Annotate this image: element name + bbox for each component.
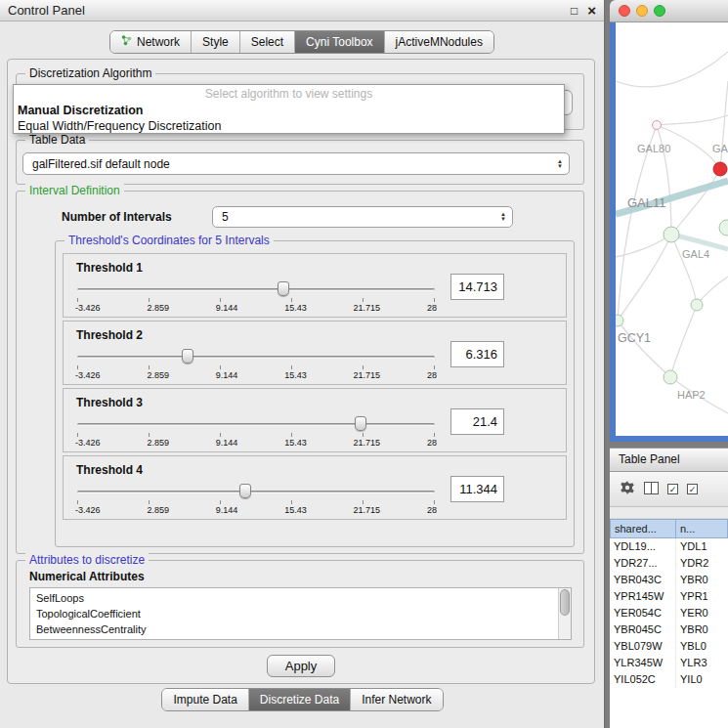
tab-infer-network-label: Infer Network: [362, 693, 431, 707]
threshold-label: Threshold 2: [76, 328, 437, 342]
tab-network-label: Network: [137, 35, 180, 49]
table-row[interactable]: YDR27... YDR2: [610, 555, 728, 572]
cell-name[interactable]: YER0: [676, 605, 728, 621]
threshold-box: Threshold 4 -3.426 2.859 9.144: [63, 455, 567, 520]
cell-shared-name[interactable]: YDR27...: [610, 555, 676, 572]
close-icon[interactable]: ×: [587, 4, 596, 18]
chevron-up-down-icon: ▲▼: [554, 159, 569, 169]
cell-name[interactable]: YDR2: [676, 555, 728, 572]
table-panel-title: Table Panel: [619, 452, 680, 466]
table-row[interactable]: YBR045C YBR0: [610, 621, 728, 638]
table-row[interactable]: YIL052C YIL0: [610, 671, 728, 688]
tab-jactivemodules[interactable]: jActiveMNodules: [384, 31, 493, 53]
tab-network[interactable]: Network: [110, 31, 191, 53]
cell-name[interactable]: YPR1: [676, 588, 728, 605]
table-row[interactable]: YBR043C YBR0: [610, 572, 728, 588]
table-data-combo[interactable]: galFiltered.sif default node ▲▼: [22, 152, 570, 175]
cell-shared-name[interactable]: YPR145W: [610, 588, 676, 605]
threshold-slider[interactable]: [75, 281, 437, 297]
float-window-button[interactable]: □: [571, 4, 578, 18]
tab-select[interactable]: Select: [239, 31, 294, 53]
attribute-list-item[interactable]: SelfLoops: [30, 590, 558, 606]
tick-label: -3.426: [75, 370, 101, 380]
traffic-light-close-icon[interactable]: [619, 5, 630, 17]
threshold-value-field[interactable]: 14.713: [450, 274, 504, 300]
tab-discretize-data[interactable]: Discretize Data: [248, 689, 350, 710]
select-all-checkbox-icon[interactable]: ✓: [667, 484, 678, 494]
select-none-checkbox-icon[interactable]: ✓: [687, 484, 698, 494]
slider-track: [77, 356, 435, 359]
thresholds-list: Threshold 1 -3.426 2.859 9.144: [56, 250, 574, 523]
cell-name[interactable]: YBR0: [676, 621, 728, 638]
tick-label: 28: [427, 438, 437, 448]
slider-handle[interactable]: [182, 349, 193, 364]
tab-style[interactable]: Style: [191, 31, 239, 53]
node-label: GCY1: [618, 331, 651, 345]
threshold-label: Threshold 4: [76, 463, 437, 477]
network-node: [691, 299, 703, 311]
table-panel: ✓ ✓ shared... n... YDL19... YDL1 YDR27..…: [610, 472, 728, 728]
threshold-main: Threshold 4 -3.426 2.859 9.144: [71, 463, 441, 515]
threshold-value-field[interactable]: 6.316: [450, 341, 504, 367]
cell-name[interactable]: YBR0: [676, 572, 728, 588]
tab-infer-network[interactable]: Infer Network: [350, 689, 442, 710]
cell-shared-name[interactable]: YLR345W: [610, 655, 676, 671]
tick-label: 9.144: [216, 438, 238, 448]
network-tab-icon: [121, 35, 132, 49]
chevron-up-down-icon: ▲▼: [497, 212, 512, 222]
apply-button[interactable]: Apply: [267, 655, 336, 677]
scrollbar-thumb[interactable]: [560, 589, 570, 616]
tick-label: 2.859: [147, 370, 169, 380]
table-body: YDL19... YDL1 YDR27... YDR2 YBR043C YBR0…: [610, 538, 728, 688]
tick-label: 28: [427, 303, 437, 313]
threshold-slider[interactable]: [75, 416, 437, 432]
slider-handle[interactable]: [278, 281, 289, 296]
slider-handle[interactable]: [239, 484, 251, 498]
bottom-tab-group: Impute Data Discretize Data Infer Networ…: [161, 688, 443, 711]
dropdown-placeholder: Select algorithm to view settings: [14, 87, 564, 103]
traffic-light-minimize-icon[interactable]: [636, 5, 648, 17]
dropdown-option-equal-width[interactable]: Equal Width/Frequency Discretization: [14, 118, 564, 134]
settings-gear-icon[interactable]: [620, 480, 635, 498]
threshold-label: Threshold 3: [76, 396, 437, 409]
cell-shared-name[interactable]: YER054C: [610, 605, 676, 621]
table-row[interactable]: YBL079W YBL0: [610, 638, 728, 655]
cell-shared-name[interactable]: YIL052C: [610, 671, 676, 688]
threshold-value-field[interactable]: 21.4: [450, 408, 504, 435]
cell-shared-name[interactable]: YBR043C: [610, 572, 676, 588]
tick-label: 28: [427, 370, 437, 380]
traffic-light-zoom-icon[interactable]: [654, 5, 665, 17]
algorithm-dropdown-popup: Select algorithm to view settings Manual…: [13, 84, 565, 134]
number-of-intervals-combo[interactable]: 5 ▲▼: [212, 206, 513, 228]
cell-name[interactable]: YIL0: [676, 671, 728, 688]
cell-name[interactable]: YBL0: [676, 638, 728, 655]
dropdown-option-manual-discretization[interactable]: Manual Discretization: [14, 103, 564, 118]
column-header-shared-name[interactable]: shared...: [610, 519, 676, 538]
table-row[interactable]: YLR345W YLR3: [610, 655, 728, 671]
table-row[interactable]: YER054C YER0: [610, 605, 728, 621]
attribute-list-item[interactable]: BetweennessCentrality: [30, 621, 558, 637]
table-row[interactable]: YPR145W YPR1: [610, 588, 728, 605]
cell-shared-name[interactable]: YBR045C: [610, 621, 676, 638]
tab-impute-data[interactable]: Impute Data: [162, 689, 247, 710]
list-scrollbar[interactable]: [558, 588, 571, 639]
columns-icon[interactable]: [644, 482, 659, 497]
cell-name[interactable]: YLR3: [676, 655, 728, 671]
cell-name[interactable]: YDL1: [676, 538, 728, 555]
table-row[interactable]: YDL19... YDL1: [610, 538, 728, 555]
tick-label: 9.144: [216, 505, 238, 515]
tab-cyni-toolbox[interactable]: Cyni Toolbox: [294, 31, 383, 53]
threshold-slider[interactable]: [75, 349, 437, 364]
column-header-name[interactable]: n...: [676, 519, 728, 538]
slider-tick-labels: -3.426 2.859 9.144 15.43 21.715 28: [75, 370, 437, 380]
slider-track: [77, 423, 435, 426]
slider-handle[interactable]: [355, 416, 366, 431]
threshold-value-field[interactable]: 11.344: [450, 476, 504, 502]
network-graph: GAL80 GAL11 GAL4 GCY1 HAP2 GA: [616, 22, 728, 436]
threshold-slider[interactable]: [75, 484, 437, 499]
network-canvas[interactable]: GAL80 GAL11 GAL4 GCY1 HAP2 GA: [610, 22, 728, 442]
bottom-tab-row: Impute Data Discretize Data Infer Networ…: [0, 688, 605, 711]
cell-shared-name[interactable]: YDL19...: [610, 538, 676, 555]
attribute-list-item[interactable]: TopologicalCoefficient: [30, 606, 558, 621]
cell-shared-name[interactable]: YBL079W: [610, 638, 676, 655]
